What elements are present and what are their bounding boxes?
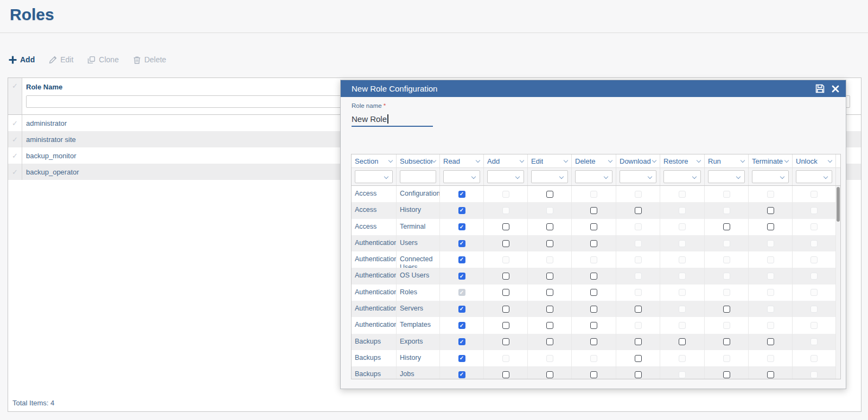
perm-checkbox[interactable] [590,322,597,329]
perm-checkbox[interactable] [546,338,553,345]
perm-checkbox[interactable] [502,273,509,280]
chevron-down-icon [476,158,480,162]
clone-button[interactable]: Clone [87,55,119,64]
perm-checkbox [810,338,818,345]
edit-button[interactable]: Edit [49,55,73,64]
perm-checkbox[interactable] [502,223,509,230]
perm-cell-terminate [749,202,793,218]
perm-checkbox[interactable] [590,273,597,280]
perm-checkbox[interactable] [590,240,597,247]
perm-checkbox[interactable] [590,207,597,214]
perm-checkbox[interactable]: ✓ [458,207,465,214]
filter-select[interactable] [355,170,393,183]
perm-checkbox[interactable] [679,338,686,345]
perm-checkbox[interactable] [546,240,553,247]
perm-cell-download [616,366,660,379]
add-button[interactable]: Add [9,55,35,64]
perm-checkbox[interactable]: ✓ [458,273,465,280]
perm-checkbox[interactable] [590,289,597,296]
filter-select[interactable] [796,170,832,183]
perm-checkbox[interactable] [767,207,774,214]
perm-checkbox[interactable] [723,371,730,378]
perm-checkbox[interactable]: ✓ [458,322,465,329]
perm-checkbox[interactable]: ✓ [458,306,465,313]
perm-checkbox[interactable]: ✓ [458,338,465,345]
table-scrollbar[interactable] [836,186,840,379]
column-header-restore[interactable]: Restore [660,154,705,167]
save-button[interactable] [815,84,825,93]
perm-cell-restore [660,366,705,379]
perm-checkbox[interactable] [502,240,509,247]
perm-checkbox[interactable] [502,338,509,345]
perm-checkbox[interactable] [767,338,774,345]
perm-checkbox[interactable]: ✓ [458,355,465,362]
perm-checkbox[interactable] [502,306,509,313]
perm-checkbox[interactable] [502,322,509,329]
filter-select[interactable] [443,170,480,183]
column-header-download[interactable]: Download .. [616,154,660,167]
column-header-edit[interactable]: Edit [528,154,572,167]
column-header-subsection[interactable]: Subsection .. [397,154,440,167]
perm-checkbox[interactable] [546,289,553,296]
column-header-read[interactable]: Read [440,154,484,167]
perm-checkbox[interactable] [546,223,553,230]
select-all-checkbox[interactable]: ✓ [8,78,22,114]
column-header-add[interactable]: Add [484,154,528,167]
trash-icon [133,56,141,64]
delete-button[interactable]: Delete [133,55,166,64]
column-header-section[interactable]: Section [352,154,397,167]
filter-input[interactable] [400,170,436,183]
column-header-run[interactable]: Run [705,154,749,167]
perm-checkbox[interactable] [635,306,642,313]
filter-select[interactable] [487,170,524,183]
perm-checkbox[interactable] [546,273,553,280]
perm-checkbox[interactable] [590,223,597,230]
perm-checkbox [635,256,642,263]
filter-select[interactable] [663,170,701,183]
perm-checkbox[interactable] [546,306,553,313]
perm-checkbox[interactable] [635,355,642,362]
filter-select[interactable] [575,170,612,183]
perm-checkbox[interactable] [502,371,509,378]
filter-select[interactable] [531,170,568,183]
perm-checkbox[interactable] [635,207,642,214]
perm-checkbox[interactable] [546,371,553,378]
scrollbar-thumb[interactable] [837,187,840,222]
perm-checkbox[interactable] [723,306,730,313]
perm-checkbox[interactable] [590,338,597,345]
close-button[interactable] [832,85,839,93]
perm-checkbox[interactable] [546,322,553,329]
perm-checkbox[interactable] [723,223,730,230]
perm-checkbox[interactable] [590,371,597,378]
perm-checkbox[interactable]: ✓ [458,223,465,230]
perm-checkbox[interactable]: ✓ [458,191,465,198]
column-header-terminate[interactable]: Terminate .. [749,154,793,167]
filter-cell-download [616,168,660,185]
perm-checkbox[interactable] [723,338,730,345]
perm-checkbox[interactable] [767,223,774,230]
perm-checkbox [723,355,730,362]
perm-checkbox[interactable] [635,338,642,345]
row-checkbox[interactable]: ✓ [8,164,22,180]
filter-select[interactable] [708,170,745,183]
perm-checkbox[interactable] [590,306,597,313]
row-checkbox[interactable]: ✓ [8,131,22,147]
role-name-input[interactable]: New Role [352,112,433,127]
perm-checkbox[interactable] [767,371,774,378]
perm-checkbox[interactable]: ✓ [458,256,465,263]
perm-checkbox[interactable]: ✓ [458,240,465,247]
perm-checkbox[interactable]: ✓ [458,371,465,378]
filter-cell-read [440,168,484,185]
perm-checkbox [810,240,818,247]
filter-select[interactable] [620,170,656,183]
row-checkbox[interactable]: ✓ [8,115,22,131]
column-header-unlock[interactable]: Unlock [793,154,836,167]
perm-checkbox[interactable] [502,289,509,296]
check-icon: ✓ [12,136,18,143]
filter-select[interactable] [752,170,789,183]
perm-cell-unlock [793,235,836,251]
row-checkbox[interactable]: ✓ [8,147,22,164]
perm-checkbox[interactable] [635,371,642,378]
perm-checkbox[interactable] [546,191,553,198]
column-header-delete[interactable]: Delete [572,154,616,167]
